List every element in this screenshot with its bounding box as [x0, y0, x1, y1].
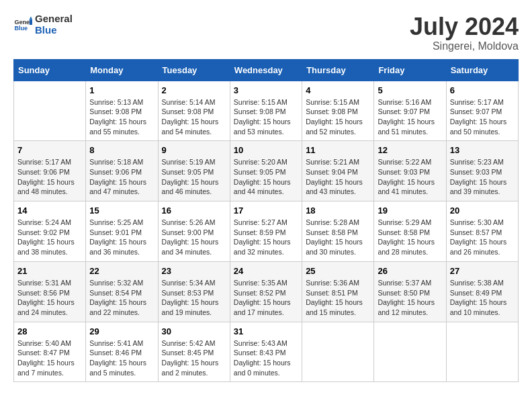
logo-icon: General Blue	[13, 15, 32, 34]
day-cell: 22Sunrise: 5:32 AM Sunset: 8:54 PM Dayli…	[86, 261, 158, 322]
day-cell: 12Sunrise: 5:22 AM Sunset: 9:03 PM Dayli…	[374, 141, 446, 201]
day-info: Sunrise: 5:31 AM Sunset: 8:56 PM Dayligh…	[17, 278, 82, 318]
day-number: 5	[378, 85, 442, 95]
week-row-4: 21Sunrise: 5:31 AM Sunset: 8:56 PM Dayli…	[14, 261, 519, 322]
day-info: Sunrise: 5:15 AM Sunset: 9:08 PM Dayligh…	[234, 97, 298, 137]
day-info: Sunrise: 5:29 AM Sunset: 8:58 PM Dayligh…	[378, 218, 442, 257]
column-header-wednesday: Wednesday	[230, 59, 302, 81]
day-cell: 31Sunrise: 5:43 AM Sunset: 8:43 PM Dayli…	[230, 322, 302, 382]
day-info: Sunrise: 5:35 AM Sunset: 8:52 PM Dayligh…	[234, 278, 298, 318]
day-number: 28	[17, 326, 82, 336]
day-cell	[374, 322, 446, 382]
day-cell	[14, 81, 86, 141]
day-cell: 24Sunrise: 5:35 AM Sunset: 8:52 PM Dayli…	[230, 261, 302, 322]
week-row-3: 14Sunrise: 5:24 AM Sunset: 9:02 PM Dayli…	[14, 201, 519, 262]
day-cell: 2Sunrise: 5:14 AM Sunset: 9:08 PM Daylig…	[158, 81, 230, 141]
title-area: July 2024 Singerei, Moldova	[410, 13, 519, 52]
day-info: Sunrise: 5:21 AM Sunset: 9:04 PM Dayligh…	[306, 157, 370, 197]
day-number: 1	[89, 85, 154, 95]
logo-blue: Blue	[35, 25, 73, 36]
day-cell: 27Sunrise: 5:38 AM Sunset: 8:49 PM Dayli…	[446, 261, 518, 322]
day-info: Sunrise: 5:37 AM Sunset: 8:50 PM Dayligh…	[378, 278, 442, 318]
day-info: Sunrise: 5:24 AM Sunset: 9:02 PM Dayligh…	[17, 218, 82, 257]
day-cell: 18Sunrise: 5:28 AM Sunset: 8:58 PM Dayli…	[302, 201, 374, 262]
day-number: 8	[89, 145, 154, 155]
day-number: 13	[450, 145, 515, 155]
day-number: 6	[450, 85, 515, 95]
day-cell: 4Sunrise: 5:15 AM Sunset: 9:08 PM Daylig…	[302, 81, 374, 141]
day-cell: 11Sunrise: 5:21 AM Sunset: 9:04 PM Dayli…	[302, 141, 374, 201]
day-info: Sunrise: 5:17 AM Sunset: 9:07 PM Dayligh…	[450, 97, 515, 137]
day-info: Sunrise: 5:17 AM Sunset: 9:06 PM Dayligh…	[17, 157, 82, 197]
day-info: Sunrise: 5:19 AM Sunset: 9:05 PM Dayligh…	[162, 157, 226, 197]
day-number: 31	[234, 326, 298, 336]
day-number: 7	[17, 145, 82, 155]
day-info: Sunrise: 5:28 AM Sunset: 8:58 PM Dayligh…	[306, 218, 370, 257]
day-cell: 14Sunrise: 5:24 AM Sunset: 9:02 PM Dayli…	[14, 201, 86, 262]
logo: General Blue General Blue	[13, 13, 73, 36]
day-cell: 29Sunrise: 5:41 AM Sunset: 8:46 PM Dayli…	[86, 322, 158, 382]
day-info: Sunrise: 5:43 AM Sunset: 8:43 PM Dayligh…	[234, 338, 298, 378]
day-cell: 23Sunrise: 5:34 AM Sunset: 8:53 PM Dayli…	[158, 261, 230, 322]
day-number: 2	[162, 85, 226, 95]
column-header-monday: Monday	[86, 59, 158, 81]
week-row-2: 7Sunrise: 5:17 AM Sunset: 9:06 PM Daylig…	[14, 141, 519, 201]
day-info: Sunrise: 5:20 AM Sunset: 9:05 PM Dayligh…	[234, 157, 298, 197]
column-header-thursday: Thursday	[302, 59, 374, 81]
day-info: Sunrise: 5:34 AM Sunset: 8:53 PM Dayligh…	[162, 278, 226, 318]
day-info: Sunrise: 5:14 AM Sunset: 9:08 PM Dayligh…	[162, 97, 226, 137]
day-info: Sunrise: 5:27 AM Sunset: 8:59 PM Dayligh…	[234, 218, 298, 257]
day-cell: 28Sunrise: 5:40 AM Sunset: 8:47 PM Dayli…	[14, 322, 86, 382]
day-info: Sunrise: 5:15 AM Sunset: 9:08 PM Dayligh…	[306, 97, 370, 137]
day-info: Sunrise: 5:38 AM Sunset: 8:49 PM Dayligh…	[450, 278, 515, 318]
day-info: Sunrise: 5:25 AM Sunset: 9:01 PM Dayligh…	[89, 218, 154, 257]
day-number: 17	[234, 205, 298, 216]
day-number: 19	[378, 205, 442, 216]
day-number: 11	[306, 145, 370, 155]
column-header-friday: Friday	[374, 59, 446, 81]
day-cell: 8Sunrise: 5:18 AM Sunset: 9:06 PM Daylig…	[86, 141, 158, 201]
day-cell: 7Sunrise: 5:17 AM Sunset: 9:06 PM Daylig…	[14, 141, 86, 201]
day-number: 16	[162, 205, 226, 216]
day-cell: 1Sunrise: 5:13 AM Sunset: 9:08 PM Daylig…	[86, 81, 158, 141]
day-cell: 16Sunrise: 5:26 AM Sunset: 9:00 PM Dayli…	[158, 201, 230, 262]
column-header-tuesday: Tuesday	[158, 59, 230, 81]
week-row-5: 28Sunrise: 5:40 AM Sunset: 8:47 PM Dayli…	[14, 322, 519, 382]
day-number: 15	[89, 205, 154, 216]
day-cell: 21Sunrise: 5:31 AM Sunset: 8:56 PM Dayli…	[14, 261, 86, 322]
day-cell: 6Sunrise: 5:17 AM Sunset: 9:07 PM Daylig…	[446, 81, 518, 141]
day-info: Sunrise: 5:16 AM Sunset: 9:07 PM Dayligh…	[378, 97, 442, 137]
svg-marker-3	[30, 16, 32, 19]
day-info: Sunrise: 5:32 AM Sunset: 8:54 PM Dayligh…	[89, 278, 154, 318]
day-cell: 20Sunrise: 5:30 AM Sunset: 8:57 PM Dayli…	[446, 201, 518, 262]
page-title: July 2024	[410, 13, 519, 40]
column-header-saturday: Saturday	[446, 59, 518, 81]
day-number: 12	[378, 145, 442, 155]
day-info: Sunrise: 5:22 AM Sunset: 9:03 PM Dayligh…	[378, 157, 442, 197]
day-number: 4	[306, 85, 370, 95]
day-cell: 26Sunrise: 5:37 AM Sunset: 8:50 PM Dayli…	[374, 261, 446, 322]
day-info: Sunrise: 5:13 AM Sunset: 9:08 PM Dayligh…	[89, 97, 154, 137]
day-number: 21	[17, 266, 82, 276]
day-cell: 13Sunrise: 5:23 AM Sunset: 9:03 PM Dayli…	[446, 141, 518, 201]
day-info: Sunrise: 5:18 AM Sunset: 9:06 PM Dayligh…	[89, 157, 154, 197]
svg-text:Blue: Blue	[14, 25, 28, 32]
day-cell: 9Sunrise: 5:19 AM Sunset: 9:05 PM Daylig…	[158, 141, 230, 201]
day-number: 18	[306, 205, 370, 216]
day-cell: 10Sunrise: 5:20 AM Sunset: 9:05 PM Dayli…	[230, 141, 302, 201]
day-info: Sunrise: 5:30 AM Sunset: 8:57 PM Dayligh…	[450, 218, 515, 257]
day-number: 10	[234, 145, 298, 155]
day-info: Sunrise: 5:23 AM Sunset: 9:03 PM Dayligh…	[450, 157, 515, 197]
header-row: SundayMondayTuesdayWednesdayThursdayFrid…	[14, 59, 519, 81]
calendar-table: SundayMondayTuesdayWednesdayThursdayFrid…	[13, 59, 519, 383]
day-number: 29	[89, 326, 154, 336]
logo-general: General	[35, 13, 73, 25]
day-number: 27	[450, 266, 515, 276]
day-number: 25	[306, 266, 370, 276]
svg-marker-2	[30, 19, 32, 24]
day-cell: 30Sunrise: 5:42 AM Sunset: 8:45 PM Dayli…	[158, 322, 230, 382]
day-cell: 3Sunrise: 5:15 AM Sunset: 9:08 PM Daylig…	[230, 81, 302, 141]
day-cell: 25Sunrise: 5:36 AM Sunset: 8:51 PM Dayli…	[302, 261, 374, 322]
day-info: Sunrise: 5:41 AM Sunset: 8:46 PM Dayligh…	[89, 338, 154, 378]
day-cell: 17Sunrise: 5:27 AM Sunset: 8:59 PM Dayli…	[230, 201, 302, 262]
